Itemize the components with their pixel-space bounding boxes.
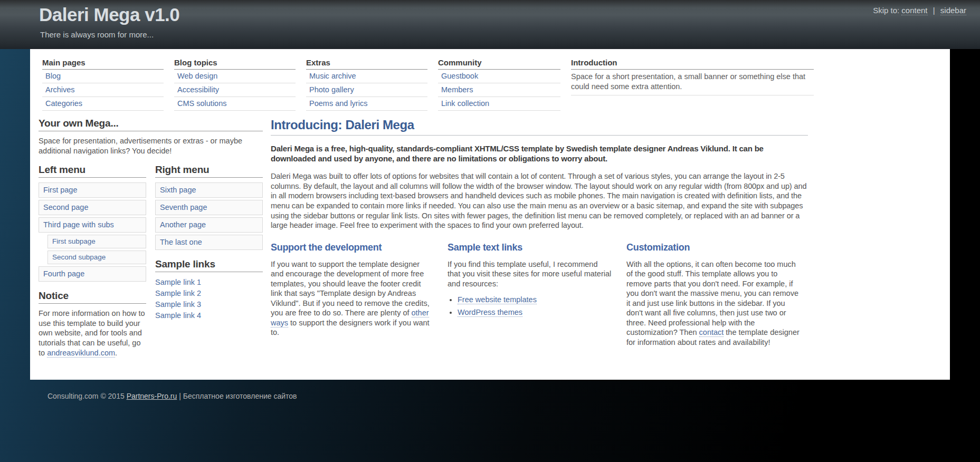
notice-title: Notice	[39, 290, 146, 304]
sidebar-right-column: Right menu Sixth page Seventh page Anoth…	[155, 164, 263, 366]
skip-links-bar: Skip to: content | sidebar	[873, 6, 966, 15]
sample-link-1[interactable]: Sample link 1	[155, 277, 263, 288]
skip-separator: |	[933, 6, 935, 15]
nav-link-link-collection[interactable]: Link collection	[438, 97, 560, 111]
sample-text-links-title: Sample text links	[448, 242, 612, 253]
nav-link-accessibility[interactable]: Accessibility	[174, 83, 296, 97]
support-text-after: to support the designers work if you wan…	[271, 319, 430, 337]
sidebar-left-column: Left menu First page Second page Third p…	[39, 164, 146, 366]
skip-to-sidebar-link[interactable]: sidebar	[940, 6, 966, 15]
nav-link-cms-solutions[interactable]: CMS solutions	[174, 97, 296, 111]
sample-text-links-list: Free website templates WordPress themes	[458, 295, 612, 316]
menu-button-another-page[interactable]: Another page	[155, 217, 263, 233]
sample-link-2[interactable]: Sample link 2	[155, 288, 263, 299]
sidebar: Your own Mega... Space for presentation,…	[39, 118, 263, 366]
nav-link-members[interactable]: Members	[438, 83, 560, 97]
nav-link-categories[interactable]: Categories	[42, 97, 164, 111]
site-footer: Consulting.com © 2015 Partners-Pro.ru | …	[30, 380, 950, 400]
customization-title: Customization	[626, 242, 803, 253]
support-text-before: If you want to support the template desi…	[271, 260, 430, 317]
nav-column-extras: Extras Music archive Photo gallery Poems…	[306, 57, 427, 111]
menu-button-fourth-page[interactable]: Fourth page	[39, 266, 146, 282]
support-text: If you want to support the template desi…	[271, 259, 433, 338]
menu-button-sixth-page[interactable]: Sixth page	[155, 182, 263, 198]
list-item: WordPress themes	[458, 308, 612, 316]
nav-column-title: Extras	[306, 57, 427, 70]
nav-column-title: Main pages	[42, 57, 164, 70]
menu-button-first-page[interactable]: First page	[39, 182, 146, 198]
footer-suffix-text: | Бесплатное изготовление сайтов	[177, 392, 297, 400]
sidebar-columns: Left menu First page Second page Third p…	[39, 164, 263, 366]
site-title: Daleri Mega v1.0	[39, 4, 179, 25]
customization-column: Customization With all the options, it c…	[626, 239, 803, 348]
right-menu-title: Right menu	[155, 164, 263, 178]
menu-button-second-page[interactable]: Second page	[39, 200, 146, 215]
notice-text: For more information on how to use this …	[39, 309, 146, 358]
wordpress-themes-link[interactable]: WordPress themes	[458, 308, 522, 317]
nav-column-title: Community	[438, 57, 560, 70]
menu-button-second-subpage[interactable]: Second subpage	[47, 251, 146, 264]
columns-row: Your own Mega... Space for presentation,…	[39, 118, 938, 366]
nav-link-guestbook[interactable]: Guestbook	[438, 70, 560, 83]
sample-link-4[interactable]: Sample link 4	[155, 310, 263, 321]
nav-column-title: Blog topics	[174, 57, 296, 70]
sample-links-list: Sample link 1 Sample link 2 Sample link …	[155, 277, 263, 321]
sidebar-mega-title: Your own Mega...	[39, 118, 263, 131]
introduction-text: Space for a short presentation, a small …	[571, 70, 814, 95]
menu-button-third-page-with-subs[interactable]: Third page with subs	[39, 217, 146, 233]
nav-link-photo-gallery[interactable]: Photo gallery	[306, 83, 427, 97]
skip-to-content-link[interactable]: content	[901, 6, 927, 15]
contact-link[interactable]: contact	[699, 328, 724, 337]
nav-link-archives[interactable]: Archives	[42, 83, 164, 97]
main-content: Introducing: Daleri Mega Daleri Mega is …	[271, 118, 808, 366]
body-paragraph: Daleri Mega was built to offer lots of o…	[271, 171, 808, 230]
nav-link-poems-and-lyrics[interactable]: Poems and lyrics	[306, 97, 427, 111]
sample-text-links-text: If you find this template useful, I reco…	[448, 259, 612, 289]
menu-button-seventh-page[interactable]: Seventh page	[155, 200, 263, 215]
support-title: Support the development	[271, 242, 433, 253]
nav-link-web-design[interactable]: Web design	[174, 70, 296, 83]
nav-column-title: Introduction	[571, 57, 814, 70]
nav-column-main-pages: Main pages Blog Archives Categories	[42, 57, 164, 111]
customization-text: With all the options, it can often becom…	[626, 259, 803, 348]
right-menu: Sixth page Seventh page Another page The…	[155, 182, 263, 250]
page: Daleri Mega v1.0 There is always room fo…	[0, 0, 980, 462]
left-menu-title: Left menu	[39, 164, 146, 178]
sidebar-mega-text: Space for presentation, advertisements o…	[39, 136, 263, 156]
support-column: Support the development If you want to s…	[271, 239, 433, 348]
andreasviklund-link[interactable]: andreasviklund.com	[47, 349, 115, 358]
list-item: Free website templates	[458, 295, 612, 304]
sample-text-links-column: Sample text links If you find this templ…	[448, 239, 612, 348]
sample-links-title: Sample links	[155, 258, 263, 272]
nav-link-music-archive[interactable]: Music archive	[306, 70, 427, 83]
page-title: Introducing: Daleri Mega	[271, 118, 808, 136]
intro-paragraph: Daleri Mega is a free, high-quality, sta…	[271, 143, 808, 163]
main-navigation: Main pages Blog Archives Categories Blog…	[39, 57, 938, 111]
sample-link-3[interactable]: Sample link 3	[155, 299, 263, 310]
nav-column-blog-topics: Blog topics Web design Accessibility CMS…	[174, 57, 296, 111]
menu-button-first-subpage[interactable]: First subpage	[47, 235, 146, 248]
site-tagline: There is always room for more...	[40, 30, 154, 39]
skip-label: Skip to:	[873, 6, 899, 15]
nav-column-community: Community Guestbook Members Link collect…	[438, 57, 560, 111]
left-menu: First page Second page Third page with s…	[39, 182, 146, 282]
main-bottom-columns: Support the development If you want to s…	[271, 239, 808, 348]
free-website-templates-link[interactable]: Free website templates	[458, 295, 537, 304]
nav-link-blog[interactable]: Blog	[42, 70, 164, 83]
partners-pro-link[interactable]: Partners-Pro.ru	[127, 392, 177, 400]
content-wrapper: Main pages Blog Archives Categories Blog…	[30, 49, 950, 380]
site-header: Daleri Mega v1.0 There is always room fo…	[0, 0, 980, 49]
nav-column-introduction: Introduction Space for a short presentat…	[571, 57, 814, 111]
footer-copyright-text: Consulting.com © 2015	[47, 392, 127, 400]
customization-text-before: With all the options, it can often becom…	[626, 260, 798, 337]
menu-button-the-last-one[interactable]: The last one	[155, 235, 263, 250]
notice-text-after: .	[115, 349, 117, 357]
